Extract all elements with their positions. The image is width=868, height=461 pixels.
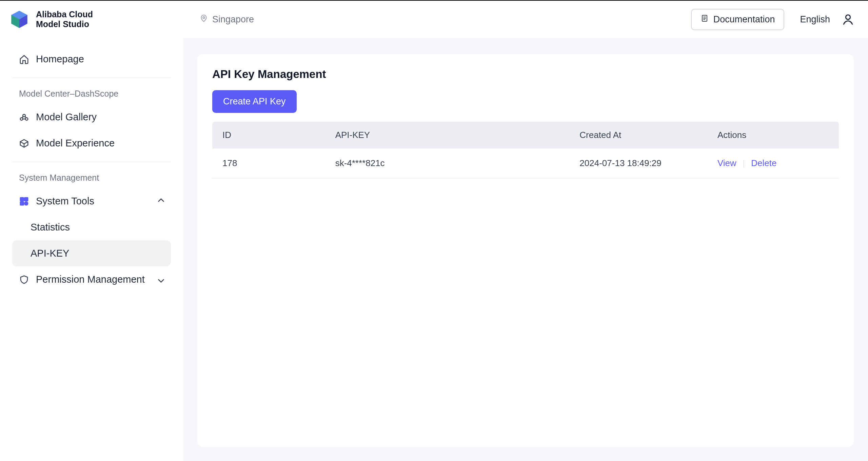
sidebar-item-model-gallery[interactable]: Model Gallery [12, 104, 171, 130]
view-link[interactable]: View [717, 158, 736, 168]
col-api-key: API-KEY [325, 122, 570, 148]
sidebar-item-label: Statistics [31, 222, 70, 233]
cube-icon [19, 138, 29, 148]
svg-point-9 [846, 15, 850, 19]
svg-point-12 [25, 118, 28, 120]
svg-line-14 [25, 116, 26, 118]
table-row: 178 sk-4****821c 2024-07-13 18:49:29 Vie… [212, 148, 839, 178]
svg-point-11 [20, 118, 23, 120]
main: API Key Management Create API Key ID API… [183, 38, 868, 461]
cell-api-key: sk-4****821c [325, 148, 570, 178]
svg-rect-20 [20, 202, 24, 205]
shield-icon [19, 275, 29, 285]
create-api-key-button[interactable]: Create API Key [212, 90, 297, 113]
cell-actions: View Delete [707, 148, 839, 178]
svg-point-10 [23, 114, 25, 117]
home-icon [19, 54, 29, 64]
svg-rect-19 [24, 197, 28, 201]
sidebar-item-statistics[interactable]: Statistics [12, 214, 171, 240]
documentation-label: Documentation [713, 14, 775, 25]
region-label: Singapore [212, 14, 254, 25]
sidebar-item-label: API-KEY [31, 248, 69, 259]
delete-link[interactable]: Delete [751, 158, 776, 168]
sidebar-item-model-experience[interactable]: Model Experience [12, 130, 171, 156]
action-separator [744, 160, 744, 167]
tools-icon [19, 196, 29, 206]
gallery-icon [19, 112, 29, 122]
sidebar-item-label: Permission Management [36, 274, 145, 285]
brand-logo-icon [9, 9, 29, 29]
col-actions: Actions [707, 122, 839, 148]
cell-id: 178 [212, 148, 325, 178]
brand-line1: Alibaba Cloud [36, 9, 93, 19]
chevron-up-icon [156, 195, 166, 207]
sidebar-item-label: Model Gallery [36, 112, 97, 123]
brand[interactable]: Alibaba Cloud Model Studio [9, 9, 169, 29]
svg-point-21 [24, 202, 28, 205]
sidebar-item-homepage[interactable]: Homepage [12, 46, 171, 72]
sidebar-section-system-management: System Management [12, 167, 171, 188]
region-selector[interactable]: Singapore [199, 14, 254, 25]
divider [12, 162, 171, 162]
sidebar-item-permission-management[interactable]: Permission Management [12, 266, 171, 293]
svg-point-4 [203, 17, 204, 18]
col-created-at: Created At [569, 122, 707, 148]
topbar: Alibaba Cloud Model Studio Singapore Doc [0, 1, 868, 38]
sidebar-section-model-center: Model Center–DashScope [12, 83, 171, 104]
brand-line2: Model Studio [36, 19, 93, 29]
cell-created-at: 2024-07-13 18:49:29 [569, 148, 707, 178]
divider [12, 78, 171, 78]
location-icon [199, 14, 208, 25]
avatar[interactable] [842, 13, 854, 26]
sidebar-item-system-tools[interactable]: System Tools [12, 188, 171, 214]
sidebar-item-api-key[interactable]: API-KEY [12, 240, 171, 266]
api-key-table: ID API-KEY Created At Actions 178 sk-4**… [212, 122, 839, 178]
svg-line-13 [22, 116, 23, 118]
sidebar-item-label: Homepage [36, 54, 84, 65]
col-id: ID [212, 122, 325, 148]
sidebar: Homepage Model Center–DashScope Model Ga… [0, 38, 183, 461]
svg-rect-18 [20, 197, 24, 201]
card: API Key Management Create API Key ID API… [197, 54, 854, 447]
documentation-button[interactable]: Documentation [691, 9, 785, 30]
sidebar-item-label: Model Experience [36, 138, 115, 149]
page-title: API Key Management [212, 68, 839, 81]
chevron-down-icon [156, 273, 166, 286]
table-header-row: ID API-KEY Created At Actions [212, 122, 839, 148]
document-icon [701, 14, 709, 25]
sidebar-item-label: System Tools [36, 196, 94, 207]
language-selector[interactable]: English [800, 14, 830, 25]
